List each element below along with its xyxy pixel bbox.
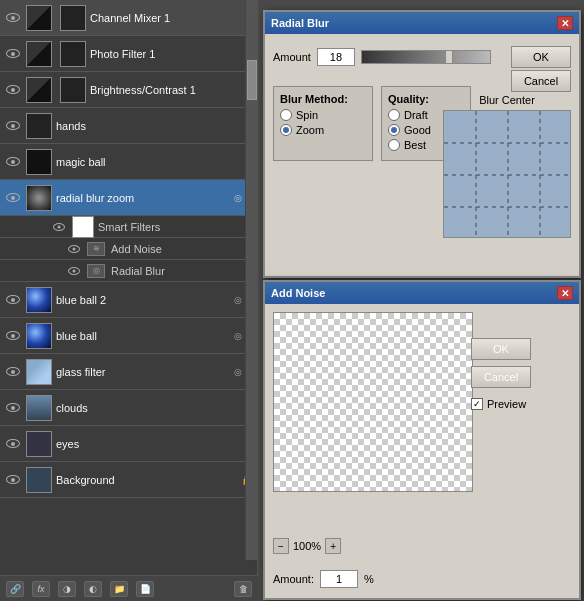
visibility-toggle-brightness-contrast[interactable] — [4, 81, 22, 99]
blur-method-group: Blur Method: Spin Zoom — [273, 86, 373, 161]
amount-input[interactable] — [317, 48, 355, 66]
preview-checkbox-input[interactable] — [471, 398, 483, 410]
layer-thumb-clouds — [26, 395, 52, 421]
add-noise-eye[interactable] — [65, 242, 83, 256]
radial-blur-eye[interactable] — [65, 264, 83, 278]
add-noise-label: Add Noise — [111, 243, 252, 255]
layer-clouds[interactable]: clouds fx — [0, 390, 257, 426]
noise-amount-input[interactable] — [320, 570, 358, 588]
mask-button[interactable]: ◑ — [58, 581, 76, 597]
quality-best-radio[interactable] — [388, 139, 400, 151]
layer-thumb-eyes — [26, 431, 52, 457]
visibility-toggle-hands[interactable] — [4, 117, 22, 135]
visibility-toggle-glass-filter[interactable] — [4, 363, 22, 381]
blur-center-area: Blur Center — [443, 94, 571, 238]
add-noise-title-bar[interactable]: Add Noise ✕ — [265, 282, 579, 304]
delete-layer-button[interactable]: 🗑 — [234, 581, 252, 597]
smart-filters-eye[interactable] — [50, 220, 68, 234]
layer-magic-ball[interactable]: magic ball — [0, 144, 257, 180]
amount-slider-thumb[interactable] — [445, 50, 453, 64]
quality-draft-radio[interactable] — [388, 109, 400, 121]
layers-scrollbar[interactable] — [245, 0, 257, 560]
radial-blur-cancel-area: Cancel — [511, 70, 571, 92]
layer-name-photo-filter: Photo Filter 1 — [90, 48, 253, 60]
visibility-toggle-blue-ball[interactable] — [4, 327, 22, 345]
group-button[interactable]: 📁 — [110, 581, 128, 597]
layer-blue-ball[interactable]: blue ball ◎ fx — [0, 318, 257, 354]
layers-scrollbar-thumb[interactable] — [247, 60, 257, 100]
visibility-toggle-channel-mixer[interactable] — [4, 9, 22, 27]
link-layers-button[interactable]: 🔗 — [6, 581, 24, 597]
layer-brightness-contrast[interactable]: Brightness/Contrast 1 — [0, 72, 257, 108]
fx-button[interactable]: fx — [32, 581, 50, 597]
layer-thumb-magic-ball — [26, 149, 52, 175]
layer-thumb-hands — [26, 113, 52, 139]
blue-ball-2-link-icon: ◎ — [234, 295, 242, 305]
method-zoom-option[interactable]: Zoom — [280, 124, 366, 136]
layer-blue-ball-2[interactable]: blue ball 2 ◎ fx — [0, 282, 257, 318]
amount-row-noise: Amount: % — [265, 566, 382, 592]
quality-good-radio[interactable] — [388, 124, 400, 136]
visibility-toggle-magic-ball[interactable] — [4, 153, 22, 171]
add-noise-ok-button[interactable]: OK — [471, 338, 531, 360]
layer-glass-filter[interactable]: glass filter ◎ fx — [0, 354, 257, 390]
layer-name-blue-ball-2: blue ball 2 — [56, 294, 234, 306]
blur-method-label: Blur Method: — [280, 93, 366, 105]
visibility-toggle-blue-ball-2[interactable] — [4, 291, 22, 309]
noise-amount-label: Amount: — [273, 573, 314, 585]
layer-name-channel-mixer: Channel Mixer 1 — [90, 12, 253, 24]
layer-eyes[interactable]: eyes fx — [0, 426, 257, 462]
radial-blur-cancel-button[interactable]: Cancel — [511, 70, 571, 92]
layer-name-brightness-contrast: Brightness/Contrast 1 — [90, 84, 253, 96]
visibility-toggle-clouds[interactable] — [4, 399, 22, 417]
layer-channel-mixer[interactable]: Channel Mixer 1 — [0, 0, 257, 36]
visibility-toggle-radial-blur-zoom[interactable] — [4, 189, 22, 207]
filter-radial-blur[interactable]: ◎ Radial Blur ≡ — [0, 260, 257, 282]
layer-hands[interactable]: hands ◎ — [0, 108, 257, 144]
layer-thumb-blue-ball — [26, 323, 52, 349]
radial-blur-dialog-title: Radial Blur — [271, 17, 329, 29]
layer-background[interactable]: Background 🔒 — [0, 462, 257, 498]
filter-add-noise[interactable]: ≋ Add Noise ≡ — [0, 238, 257, 260]
smart-filters-group[interactable]: Smart Filters — [0, 216, 257, 238]
radial-blur-icon: ◎ — [87, 264, 105, 278]
amount-label: Amount — [273, 51, 311, 63]
radial-blur-dialog: Radial Blur ✕ Amount OK Cancel Blur Meth… — [263, 10, 581, 278]
blur-center-svg — [444, 111, 571, 238]
visibility-toggle-background[interactable] — [4, 471, 22, 489]
radial-blur-close-button[interactable]: ✕ — [557, 16, 573, 30]
adjustment-button[interactable]: ◐ — [84, 581, 102, 597]
radial-blur-label: Radial Blur — [111, 265, 252, 277]
radial-blur-ok-button[interactable]: OK — [511, 46, 571, 68]
method-zoom-radio[interactable] — [280, 124, 292, 136]
add-noise-icon: ≋ — [87, 242, 105, 256]
add-noise-close-button[interactable]: ✕ — [557, 286, 573, 300]
new-layer-button[interactable]: 📄 — [136, 581, 154, 597]
visibility-toggle-eyes[interactable] — [4, 435, 22, 453]
slider-container — [361, 48, 505, 66]
zoom-level-label: 100% — [293, 540, 321, 552]
layer-mask-photo-filter — [60, 41, 86, 67]
zoom-in-button[interactable]: + — [325, 538, 341, 554]
layers-toolbar: 🔗 fx ◑ ◐ 📁 📄 🗑 — [0, 575, 258, 601]
layer-radial-blur-zoom[interactable]: radial blur zoom ◎ ▼ — [0, 180, 257, 216]
method-spin-radio[interactable] — [280, 109, 292, 121]
quality-draft-label: Draft — [404, 109, 428, 121]
layer-thumb-background — [26, 467, 52, 493]
layer-photo-filter[interactable]: Photo Filter 1 — [0, 36, 257, 72]
layer-name-blue-ball: blue ball — [56, 330, 234, 342]
smart-filters-label: Smart Filters — [98, 221, 257, 233]
noise-preview-canvas[interactable] — [273, 312, 473, 492]
layer-thumb-brightness-contrast — [26, 77, 52, 103]
add-noise-cancel-button[interactable]: Cancel — [471, 366, 531, 388]
preview-checkbox-row[interactable]: Preview — [471, 398, 571, 410]
radial-blur-title-bar[interactable]: Radial Blur ✕ — [265, 12, 579, 34]
blue-ball-link-icon: ◎ — [234, 331, 242, 341]
zoom-out-button[interactable]: − — [273, 538, 289, 554]
method-spin-option[interactable]: Spin — [280, 109, 366, 121]
visibility-toggle-photo-filter[interactable] — [4, 45, 22, 63]
quality-good-label: Good — [404, 124, 431, 136]
amount-row: Amount OK — [273, 46, 571, 68]
amount-slider[interactable] — [361, 50, 491, 64]
blur-center-canvas[interactable] — [443, 110, 571, 238]
